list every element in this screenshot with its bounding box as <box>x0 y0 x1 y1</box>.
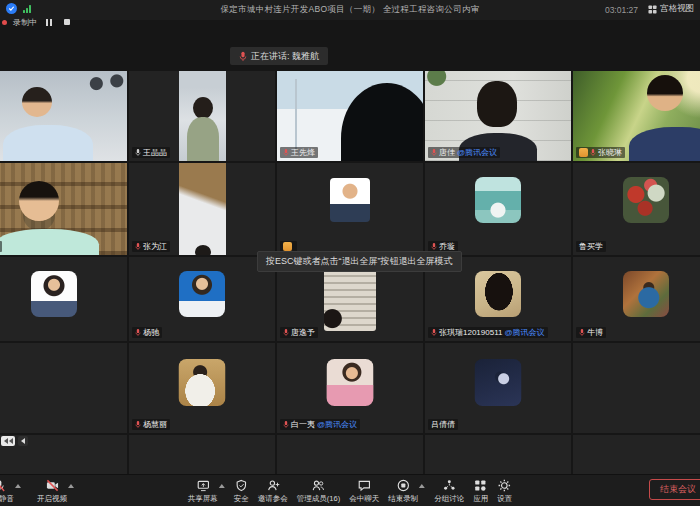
chevron-left-icon[interactable] <box>18 436 28 446</box>
participant-name-label: 牛博 <box>576 327 606 338</box>
mic-muted-icon <box>283 420 289 429</box>
participant-tile[interactable] <box>0 343 127 433</box>
speaking-text: 正在讲话: 魏雅航 <box>251 50 319 63</box>
apps-icon <box>474 479 487 492</box>
participant-name-label: 唐佳@腾讯会议 <box>428 147 500 158</box>
chevron-up-icon[interactable] <box>419 484 425 488</box>
participant-name-label: 王晶晶 <box>132 147 170 158</box>
toolbar-left-group: 解除静音开启视频 <box>0 479 74 504</box>
recording-indicator: 录制中 <box>0 15 73 29</box>
participant-avatar <box>327 359 374 406</box>
members-button[interactable]: 管理成员(16) <box>297 479 340 504</box>
meeting-timer: 03:01:27 <box>605 5 638 15</box>
participant-name-label: 鲁买学 <box>576 241 606 252</box>
participant-name-label: 张为江 <box>132 241 170 252</box>
bottom-toolbar: 解除静音开启视频 共享屏幕安全邀请参会管理成员(16)会中聊天结束录制分组讨论应… <box>0 474 700 506</box>
chevron-up-icon[interactable] <box>219 484 225 488</box>
participant-tile[interactable]: 唐佳@腾讯会议 <box>425 71 571 161</box>
shield-button[interactable]: 安全 <box>234 479 249 504</box>
chat-button[interactable]: 会中聊天 <box>349 479 379 504</box>
pages-icon[interactable] <box>1 436 15 446</box>
participant-tile[interactable]: 牛博 <box>573 257 700 341</box>
participant-avatar <box>31 271 77 317</box>
mic-off-button[interactable]: 解除静音 <box>0 479 14 504</box>
participant-tile[interactable]: 吕倩倩 <box>425 343 571 433</box>
pause-recording-button[interactable] <box>43 17 55 27</box>
participant-tile[interactable]: 王晶晶 <box>129 71 275 161</box>
participant-tile[interactable]: 乔璇 <box>425 163 571 255</box>
invite-button[interactable]: 邀请参会 <box>258 479 288 504</box>
members-icon <box>312 479 325 492</box>
mic-muted-icon <box>579 328 585 337</box>
toolbar-button-label: 开启视频 <box>37 494 67 504</box>
view-switch-label: 宫格视图 <box>660 3 694 15</box>
participant-tile[interactable]: 杨驰 <box>129 257 275 341</box>
toolbar-button-label: 共享屏幕 <box>188 494 218 504</box>
camera-off-button[interactable]: 开启视频 <box>37 479 67 504</box>
participant-tile[interactable]: 鲁买学 <box>573 163 700 255</box>
record-stop-button[interactable]: 结束录制 <box>388 479 418 504</box>
mic-off-icon <box>0 479 6 492</box>
participant-name-label: 张晓琳 <box>576 147 625 158</box>
chevron-up-icon[interactable] <box>15 484 21 488</box>
mic-muted-icon <box>135 148 141 157</box>
mic-muted-icon <box>135 242 141 251</box>
mic-muted-icon <box>431 148 437 157</box>
mic-muted-icon <box>283 148 289 157</box>
chat-icon <box>358 479 371 492</box>
participant-video-portrait <box>179 71 226 161</box>
stop-recording-button[interactable] <box>61 17 73 27</box>
participant-name-label: 杨慧丽 <box>132 419 170 430</box>
participant-tile[interactable]: 张为江 <box>129 163 275 255</box>
invite-icon <box>266 479 279 492</box>
participant-avatar <box>330 178 370 222</box>
toolbar-button-label: 会中聊天 <box>349 494 379 504</box>
participant-tile[interactable] <box>0 71 127 161</box>
emoji-status-icon <box>283 242 292 251</box>
record-stop-icon <box>397 479 410 492</box>
participant-tile[interactable] <box>0 257 127 341</box>
participant-tile[interactable]: 白一夷@腾讯会议 <box>277 343 423 433</box>
participant-tile[interactable] <box>277 163 423 255</box>
participant-name-label: 唐逸予 <box>280 327 318 338</box>
participant-avatar <box>475 271 521 317</box>
meeting-title: 保定市城中村连片开发ABO项目（一期） 全过程工程咨询公司内审 <box>0 4 700 16</box>
view-switch-button[interactable]: 宫格视图 <box>648 3 694 15</box>
emoji-status-icon <box>579 148 588 157</box>
participant-video <box>0 163 127 255</box>
participant-name-label: 杨驰 <box>132 327 162 338</box>
chevron-up-icon[interactable] <box>68 484 74 488</box>
mic-muted-icon <box>431 242 437 251</box>
mic-muted-icon <box>135 420 141 429</box>
participant-video-portrait <box>179 163 226 255</box>
meeting-window: 王晶晶王先烽唐佳@腾讯会议张晓琳魏雅航张为江乔璇鲁买学杨驰唐逸予张琪瑞12019… <box>0 0 700 506</box>
participant-tile[interactable]: 杨慧丽 <box>129 343 275 433</box>
end-meeting-button[interactable]: 结束会议 <box>649 479 700 500</box>
participant-tile[interactable]: 魏雅航 <box>0 163 127 255</box>
participant-tile[interactable] <box>573 343 700 433</box>
mic-muted-icon <box>135 328 141 337</box>
speaking-banner: 正在讲话: 魏雅航 <box>230 47 328 65</box>
breakout-button[interactable]: 分组讨论 <box>434 479 464 504</box>
toolbar-center-group: 共享屏幕安全邀请参会管理成员(16)会中聊天结束录制分组讨论应用设置 <box>188 479 512 504</box>
toolbar-button-label: 管理成员(16) <box>297 494 340 504</box>
gear-button[interactable]: 设置 <box>497 479 512 504</box>
shield-icon <box>235 479 248 492</box>
share-screen-icon <box>196 479 209 492</box>
apps-button[interactable]: 应用 <box>473 479 488 504</box>
share-screen-button[interactable]: 共享屏幕 <box>188 479 218 504</box>
mic-muted-icon <box>590 148 596 157</box>
participant-tile[interactable]: 王先烽 <box>277 71 423 161</box>
toolbar-button-label: 结束录制 <box>388 494 418 504</box>
record-dot-icon <box>2 20 7 25</box>
participant-avatar <box>179 359 226 406</box>
participant-avatar <box>623 177 669 223</box>
participant-avatar <box>475 359 522 406</box>
participant-avatar <box>179 271 225 317</box>
grid-view-icon <box>648 5 657 14</box>
participant-name-label: 魏雅航 <box>0 241 2 252</box>
toolbar-button-label: 邀请参会 <box>258 494 288 504</box>
toolbar-button-label: 应用 <box>473 494 488 504</box>
participant-name-label: 吕倩倩 <box>428 419 458 430</box>
participant-tile[interactable]: 张晓琳 <box>573 71 700 161</box>
